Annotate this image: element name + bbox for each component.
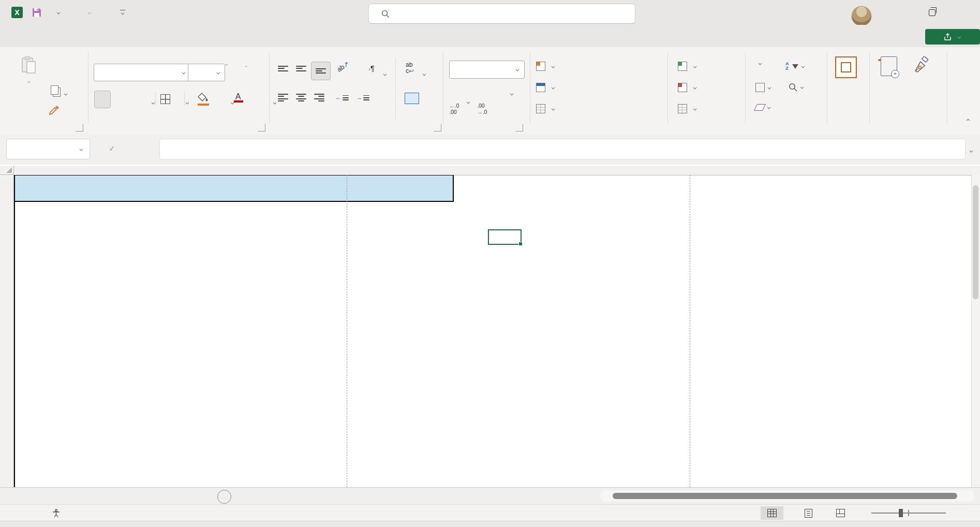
zoom-slider-thumb[interactable] [899, 509, 903, 517]
alignment-dialog-launcher[interactable] [434, 124, 441, 131]
prev-sheet-arrow[interactable] [5, 488, 21, 505]
selected-cell[interactable] [488, 229, 522, 245]
tab-scroll-dots[interactable] [590, 488, 598, 505]
column-headers[interactable] [0, 166, 980, 175]
enter-icon[interactable]: ✓ [109, 144, 115, 153]
close-button[interactable] [952, 0, 976, 25]
accessibility-status[interactable] [52, 505, 64, 521]
merge-menu-chevron[interactable] [467, 100, 470, 104]
copy-button[interactable] [51, 85, 58, 95]
grow-font-button[interactable]: ˆ [226, 64, 228, 76]
status-bar [0, 504, 980, 521]
find-select-button[interactable] [789, 83, 804, 92]
conditional-formatting-button[interactable] [536, 62, 555, 71]
collapse-ribbon-button[interactable] [963, 119, 973, 126]
font-color-button[interactable]: A [234, 92, 242, 103]
shrink-font-button[interactable]: ˇ [245, 65, 247, 76]
addins-button[interactable] [830, 56, 862, 80]
delete-cells-button[interactable] [678, 83, 697, 92]
minimize-button[interactable] [888, 0, 912, 25]
excel-window: X [0, 0, 980, 527]
ribbon-tab-strip [0, 25, 980, 47]
avatar[interactable] [851, 6, 872, 26]
eraser-icon [754, 104, 766, 111]
insert-cells-button[interactable] [678, 62, 697, 71]
search-icon [381, 10, 390, 18]
ribbon: ˆ ˇ A ab↗ ›¶ ← → abc [0, 47, 980, 135]
new-sheet-button[interactable] [217, 490, 231, 504]
row-headers[interactable] [0, 175, 14, 487]
horizontal-scrollbar[interactable] [600, 490, 975, 502]
sort-filter-button[interactable]: AZ [785, 62, 805, 71]
expand-formula-bar-chevron[interactable] [970, 149, 973, 153]
format-cells-button[interactable] [678, 104, 697, 113]
page-break-line-1 [347, 175, 347, 487]
next-sheet-arrow[interactable] [25, 488, 40, 505]
currency-menu-chevron[interactable] [510, 92, 514, 96]
increase-indent-button[interactable]: → [356, 94, 369, 101]
taskbar-sliver [0, 521, 980, 527]
create-pdf-button[interactable]: + [873, 56, 904, 87]
maximize-button[interactable] [920, 0, 944, 25]
page-break-view-button[interactable] [829, 506, 852, 520]
align-middle-button[interactable] [296, 66, 306, 71]
font-size-select[interactable] [188, 64, 225, 81]
format-as-table-button[interactable] [536, 83, 555, 92]
text-direction-button[interactable]: ›¶ [368, 64, 375, 72]
copy-menu-chevron[interactable] [64, 92, 68, 96]
name-box[interactable] [6, 139, 90, 159]
normal-view-button[interactable] [761, 506, 783, 520]
fill-icon [755, 83, 765, 92]
decrease-decimal-button[interactable]: .00→.0 [477, 103, 487, 115]
page-layout-view-button[interactable] [797, 506, 820, 520]
clipboard-dialog-launcher[interactable] [76, 124, 83, 131]
vertical-scrollbar-thumb[interactable] [973, 185, 978, 299]
wrap-text-button[interactable]: abc↩ [406, 62, 414, 74]
italic-button[interactable] [115, 91, 127, 107]
number-dialog-launcher[interactable] [515, 124, 523, 131]
align-right-button[interactable] [314, 94, 324, 101]
number-format-select[interactable] [449, 61, 525, 79]
orientation-button[interactable]: ab↗ [335, 60, 350, 74]
addins-icon [835, 56, 857, 78]
underline-button[interactable] [130, 91, 143, 107]
redo-button[interactable] [83, 0, 95, 25]
cell-styles-button[interactable] [536, 104, 555, 113]
text-direction-menu-chevron[interactable] [423, 72, 426, 76]
save-icon[interactable] [30, 0, 43, 25]
share-button[interactable] [925, 29, 980, 45]
grid[interactable] [14, 175, 971, 487]
horizontal-scrollbar-thumb[interactable] [613, 493, 957, 499]
borders-menu-chevron[interactable] [186, 101, 189, 105]
borders-button[interactable] [160, 94, 170, 104]
sign-button[interactable] [909, 56, 933, 77]
font-dialog-launcher[interactable] [258, 124, 265, 131]
font-color-menu-chevron[interactable] [273, 101, 277, 105]
excel-logo-icon[interactable]: X [10, 0, 24, 25]
format-painter-button[interactable] [49, 105, 60, 119]
bold-button[interactable] [94, 91, 111, 108]
search-input[interactable] [368, 4, 635, 24]
share-icon [944, 33, 952, 41]
decrease-indent-button[interactable]: ← [335, 94, 349, 101]
fill-color-button[interactable] [198, 93, 209, 106]
select-all-corner[interactable] [0, 166, 14, 175]
quick-access-toolbar-menu[interactable] [118, 0, 127, 25]
increase-decimal-button[interactable]: ←.0.00 [449, 103, 459, 115]
merge-center-button[interactable] [405, 93, 419, 104]
fill-button[interactable] [755, 83, 771, 92]
insert-cells-icon [678, 62, 687, 71]
formula-input[interactable] [159, 139, 966, 159]
font-name-select[interactable] [94, 64, 191, 81]
clear-button[interactable] [755, 104, 771, 111]
align-left-button[interactable] [278, 94, 288, 101]
align-center-button[interactable] [296, 94, 306, 101]
orientation-menu-chevron[interactable] [383, 72, 387, 76]
format-cells-icon [678, 104, 687, 113]
align-top-button[interactable] [278, 66, 288, 71]
format-as-table-icon [536, 83, 545, 92]
undo-button[interactable] [52, 0, 64, 25]
align-bottom-button[interactable] [311, 62, 331, 80]
paste-button[interactable] [16, 56, 42, 113]
autosum-button[interactable] [755, 62, 762, 65]
